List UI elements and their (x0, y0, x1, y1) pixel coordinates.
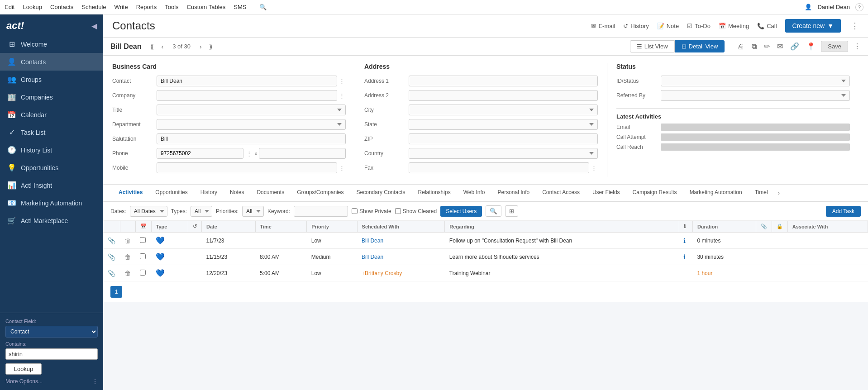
row1-attach-button[interactable]: 📎 (108, 237, 115, 244)
tab-web-info[interactable]: Web Info (457, 185, 491, 202)
sidebar-collapse-button[interactable]: ◀ (91, 22, 97, 30)
sidebar-item-task-list[interactable]: ✓ Task List (0, 124, 103, 141)
tab-notes[interactable]: Notes (224, 185, 250, 202)
tab-relationships[interactable]: Relationships (412, 185, 457, 202)
row2-delete-button[interactable]: 🗑 (124, 253, 131, 261)
history-action-button[interactable]: ↺ History (623, 23, 649, 29)
zip-input[interactable] (409, 133, 598, 144)
company-input-options-icon[interactable]: ⋮ (338, 92, 346, 99)
menu-item-tools[interactable]: Tools (165, 4, 178, 10)
menu-item-schedule[interactable]: Schedule (81, 4, 106, 10)
row2-info-icon[interactable]: ℹ (683, 253, 686, 261)
id-status-select[interactable] (661, 76, 850, 86)
phone-input[interactable] (157, 148, 243, 159)
tab-groups-companies[interactable]: Groups/Companies (291, 185, 350, 202)
sidebar-item-groups[interactable]: 👥 Groups (0, 71, 103, 88)
menu-item-custom-tables[interactable]: Custom Tables (187, 4, 226, 10)
row1-checkbox[interactable] (140, 237, 146, 243)
contact-input[interactable] (157, 76, 337, 86)
todo-action-button[interactable]: ☑ To-Do (687, 23, 711, 29)
menu-item-reports[interactable]: Reports (136, 4, 157, 10)
row3-checkbox[interactable] (140, 270, 146, 276)
search-icon[interactable]: 🔍 (259, 4, 267, 10)
add-task-button[interactable]: Add Task (826, 206, 861, 217)
tabs-more-icon[interactable]: › (774, 185, 784, 201)
attachment-icon[interactable]: 🔗 (788, 41, 801, 52)
tab-campaign-results[interactable]: Campaign Results (626, 185, 683, 202)
tab-documents[interactable]: Documents (250, 185, 291, 202)
company-input[interactable] (157, 90, 337, 101)
page-1-button[interactable]: 1 (110, 286, 122, 298)
email-toolbar-icon[interactable]: ✉ (775, 41, 785, 52)
tab-contact-access[interactable]: Contact Access (536, 185, 586, 202)
mobile-options-icon[interactable]: ⋮ (338, 165, 346, 171)
search-filter-icon[interactable]: 🔍 (486, 205, 501, 217)
sidebar-item-welcome[interactable]: ⊞ Welcome (0, 35, 103, 53)
tab-timel[interactable]: Timel (749, 185, 774, 202)
select-users-button[interactable]: Select Users (440, 206, 482, 217)
fax-options-icon[interactable]: ⋮ (590, 165, 598, 171)
sidebar-item-calendar[interactable]: 📅 Calendar (0, 106, 103, 124)
nav-prev-button[interactable]: ‹ (159, 42, 165, 51)
row2-checkbox[interactable] (140, 253, 146, 259)
location-icon[interactable]: 📍 (805, 41, 817, 52)
tab-activities[interactable]: Activities (112, 185, 149, 202)
phone-options-icon[interactable]: ⋮ (245, 150, 253, 157)
tab-personal-info[interactable]: Personal Info (491, 185, 536, 202)
tab-opportunities[interactable]: Opportunities (149, 185, 194, 202)
edit-icon[interactable]: ✏ (762, 41, 772, 52)
country-select[interactable] (409, 148, 598, 159)
sidebar-item-act-marketplace[interactable]: 🛒 Act! Marketplace (0, 212, 103, 229)
title-select[interactable] (157, 105, 346, 115)
show-cleared-checkbox[interactable] (395, 208, 401, 214)
contact-field-select[interactable]: Contact (5, 326, 98, 338)
list-view-button[interactable]: ☰ List View (630, 40, 675, 52)
menu-item-write[interactable]: Write (114, 4, 128, 10)
address2-input[interactable] (409, 90, 598, 101)
row3-scheduled-with-link[interactable]: +Brittany Crosby (362, 270, 402, 276)
row1-info-icon[interactable]: ℹ (683, 237, 686, 244)
sidebar-item-companies[interactable]: 🏢 Companies (0, 88, 103, 106)
salutation-input[interactable] (157, 133, 346, 144)
mobile-input[interactable] (157, 162, 337, 173)
tab-marketing-automation[interactable]: Marketing Automation (683, 185, 749, 202)
lookup-button[interactable]: Lookup (5, 363, 42, 375)
menu-item-contacts[interactable]: Contacts (50, 4, 73, 10)
menu-item-lookup[interactable]: Lookup (23, 4, 42, 10)
user-name[interactable]: Daniel Dean (817, 4, 850, 10)
nav-last-button[interactable]: ⟫ (207, 42, 215, 51)
copy-icon[interactable]: ⧉ (750, 42, 758, 52)
contact-toolbar-more-icon[interactable]: ⋮ (854, 42, 861, 51)
detail-view-button[interactable]: ⊡ Detail View (675, 40, 725, 52)
city-select[interactable] (409, 105, 598, 115)
phone-ext-input[interactable] (259, 148, 346, 159)
contact-input-options-icon[interactable]: ⋮ (338, 78, 346, 85)
row2-scheduled-with-link[interactable]: Bill Dean (362, 254, 383, 260)
column-settings-icon[interactable]: ⊞ (505, 205, 518, 217)
sidebar-item-marketing-automation[interactable]: 📧 Marketing Automation (0, 194, 103, 212)
menu-item-sms[interactable]: SMS (234, 4, 246, 10)
call-action-button[interactable]: 📞 Call (757, 23, 777, 29)
address1-input[interactable] (409, 76, 598, 86)
more-options[interactable]: More Options... ⋮ (5, 378, 98, 385)
row3-attach-button[interactable]: 📎 (108, 270, 115, 277)
note-action-button[interactable]: 📝 Note (657, 23, 679, 29)
fax-input[interactable] (409, 162, 589, 173)
show-private-checkbox[interactable] (352, 208, 358, 214)
menu-item-edit[interactable]: Edit (5, 4, 14, 10)
priorities-filter-select[interactable]: All (242, 206, 264, 217)
save-button[interactable]: Save (821, 41, 848, 52)
sidebar-item-act-insight[interactable]: 📊 Act! Insight (0, 176, 103, 194)
tab-history[interactable]: History (194, 185, 224, 202)
tab-secondary-contacts[interactable]: Secondary Contacts (350, 185, 412, 202)
create-new-button[interactable]: Create new ▼ (785, 19, 841, 33)
row2-attach-button[interactable]: 📎 (108, 253, 115, 261)
types-filter-select[interactable]: All (191, 206, 212, 217)
department-select[interactable] (157, 119, 346, 130)
print-icon[interactable]: 🖨 (735, 42, 746, 52)
main-header-more-icon[interactable]: ⋮ (851, 21, 859, 31)
help-icon[interactable]: ? (855, 3, 863, 11)
tab-user-fields[interactable]: User Fields (586, 185, 626, 202)
sidebar-item-history-list[interactable]: 🕐 History List (0, 141, 103, 159)
row1-delete-button[interactable]: 🗑 (124, 237, 131, 244)
